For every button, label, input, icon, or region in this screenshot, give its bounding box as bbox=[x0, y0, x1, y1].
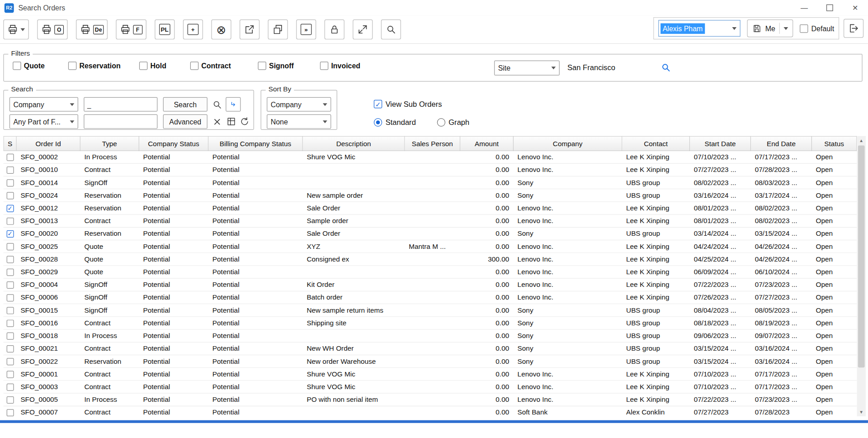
filter-invoiced[interactable]: Invoiced bbox=[320, 62, 381, 70]
table-row[interactable]: SFO_00021ContractPotentialPotentialNew W… bbox=[3, 343, 857, 355]
row-checkbox[interactable] bbox=[6, 192, 14, 199]
quick-search-button[interactable] bbox=[210, 98, 223, 111]
row-checkbox[interactable] bbox=[6, 217, 14, 224]
row-checkbox[interactable] bbox=[6, 281, 14, 288]
filter-reservation[interactable]: Reservation bbox=[68, 62, 139, 70]
scrollbar-thumb[interactable] bbox=[858, 145, 865, 367]
row-checkbox[interactable] bbox=[6, 371, 14, 378]
row-checkbox[interactable] bbox=[6, 268, 14, 276]
row-checkbox[interactable] bbox=[6, 256, 14, 263]
forward-button[interactable]: » bbox=[296, 19, 316, 39]
column-header-select[interactable]: S bbox=[3, 136, 16, 151]
table-row[interactable]: SFO_00028QuotePotentialPotentialConsigne… bbox=[3, 253, 857, 266]
packing-list-button[interactable]: PL bbox=[155, 19, 175, 39]
column-header-end-date[interactable]: End Date bbox=[751, 136, 812, 151]
standard-radio[interactable]: Standard bbox=[374, 118, 416, 126]
lock-button[interactable] bbox=[324, 19, 344, 39]
column-header-status[interactable]: Status bbox=[812, 136, 857, 151]
add-button[interactable]: + bbox=[183, 19, 203, 39]
site-select[interactable]: Site bbox=[494, 61, 560, 76]
clear-button[interactable] bbox=[210, 115, 223, 128]
row-checkbox[interactable] bbox=[6, 166, 14, 173]
table-row[interactable]: SFO_00004SignOffPotentialPotentialKit Or… bbox=[3, 279, 857, 291]
search-button[interactable]: Search bbox=[163, 97, 208, 112]
close-button[interactable]: ✕ bbox=[843, 0, 868, 15]
row-checkbox[interactable] bbox=[6, 358, 14, 365]
row-checkbox[interactable]: ✓ bbox=[6, 205, 14, 212]
graph-radio[interactable]: Graph bbox=[437, 118, 469, 126]
open-order-button[interactable] bbox=[240, 19, 259, 39]
filter-signoff[interactable]: Signoff bbox=[258, 62, 320, 70]
site-search-button[interactable] bbox=[660, 62, 671, 72]
sort-secondary-select[interactable]: None bbox=[267, 114, 331, 129]
table-row[interactable]: SFO_00014SignOffPotentialPotential0.00So… bbox=[3, 176, 857, 189]
row-checkbox[interactable] bbox=[6, 345, 14, 352]
table-row[interactable]: SFO_00001ContractPotentialPotentialShure… bbox=[3, 368, 857, 381]
view-sub-orders-checkbox[interactable]: ✓ View Sub Orders bbox=[374, 100, 442, 108]
table-row[interactable]: SFO_00003ContractPotentialPotentialShure… bbox=[3, 381, 857, 394]
table-row[interactable]: SFO_00007ContractPotentialPotential0.00S… bbox=[3, 406, 857, 416]
table-row[interactable]: SFO_00016ContractPotentialPotentialShipp… bbox=[3, 317, 857, 330]
table-row[interactable]: SFO_00013ContractPotentialPotentialSampl… bbox=[3, 215, 857, 228]
column-header-company-status[interactable]: Company Status bbox=[139, 136, 208, 151]
exit-button[interactable] bbox=[844, 19, 863, 38]
table-row[interactable]: SFO_00018In ProcessPotentialPotential0.0… bbox=[3, 330, 857, 343]
layout-button[interactable] bbox=[225, 115, 238, 128]
table-row[interactable]: SFO_00002In ProcessPotentialPotentialShu… bbox=[3, 151, 857, 164]
sort-primary-select[interactable]: Company bbox=[267, 97, 331, 112]
column-header-amount[interactable]: Amount bbox=[460, 136, 514, 151]
search-input[interactable] bbox=[84, 97, 157, 112]
search-match-select[interactable]: Any Part of F... bbox=[9, 114, 78, 129]
print-form-button[interactable]: F bbox=[116, 19, 146, 39]
column-header-company[interactable]: Company bbox=[514, 136, 622, 151]
column-header-type[interactable]: Type bbox=[80, 136, 139, 151]
row-checkbox[interactable]: ✓ bbox=[6, 230, 14, 238]
print-order-button[interactable]: O bbox=[37, 19, 67, 39]
search-input-2[interactable] bbox=[84, 114, 157, 129]
go-button[interactable] bbox=[226, 97, 241, 112]
print-detail-button[interactable]: De bbox=[76, 19, 108, 39]
table-row[interactable]: SFO_00029QuotePotentialPotential0.00Leno… bbox=[3, 266, 857, 279]
row-checkbox[interactable] bbox=[6, 319, 14, 327]
maximize-button[interactable] bbox=[817, 0, 842, 15]
row-checkbox[interactable] bbox=[6, 294, 14, 301]
default-checkbox[interactable]: Default bbox=[800, 24, 834, 32]
table-row[interactable]: SFO_00022ReservationPotentialPotentialNe… bbox=[3, 355, 857, 368]
table-row[interactable]: SFO_00024ReservationPotentialPotentialNe… bbox=[3, 189, 857, 202]
advanced-button[interactable]: Advanced bbox=[163, 114, 208, 129]
scroll-up-arrow-icon[interactable]: ▲ bbox=[857, 136, 866, 145]
row-checkbox[interactable] bbox=[6, 409, 14, 416]
table-row[interactable]: SFO_00006SignOffPotentialPotentialBatch … bbox=[3, 291, 857, 304]
filter-quote[interactable]: Quote bbox=[13, 62, 68, 70]
column-header-contact[interactable]: Contact bbox=[622, 136, 690, 151]
row-checkbox[interactable] bbox=[6, 396, 14, 403]
filter-contract[interactable]: Contract bbox=[190, 62, 258, 70]
table-row[interactable]: SFO_00025QuotePotentialPotentialXYZMantr… bbox=[3, 240, 857, 253]
row-checkbox[interactable] bbox=[6, 243, 14, 250]
column-header-start-date[interactable]: Start Date bbox=[690, 136, 751, 151]
table-row[interactable]: SFO_00015SignOffPotentialPotentialNew sa… bbox=[3, 304, 857, 317]
search-field-select[interactable]: Company bbox=[9, 97, 78, 112]
column-header-order-id[interactable]: Order Id bbox=[17, 136, 80, 151]
expand-button[interactable] bbox=[353, 19, 373, 39]
row-checkbox[interactable] bbox=[6, 383, 14, 390]
user-select[interactable]: Alexis Pham bbox=[658, 20, 741, 37]
minimize-button[interactable]: — bbox=[792, 0, 817, 15]
table-row[interactable]: ✓SFO_00012ReservationPotentialPotentialS… bbox=[3, 202, 857, 215]
row-checkbox[interactable] bbox=[6, 179, 14, 186]
column-header-sales-person[interactable]: Sales Person bbox=[405, 136, 461, 151]
save-view-me-button[interactable]: Me bbox=[747, 19, 793, 37]
vertical-scrollbar[interactable]: ▲ ▼ bbox=[857, 136, 866, 417]
table-row[interactable]: SFO_00010ContractPotentialPotential0.00L… bbox=[3, 164, 857, 176]
search-person-button[interactable] bbox=[381, 19, 401, 39]
filter-hold[interactable]: Hold bbox=[139, 62, 190, 70]
refresh-button[interactable] bbox=[238, 115, 251, 128]
column-header-description[interactable]: Description bbox=[303, 136, 405, 151]
cancel-order-button[interactable]: ⊗ bbox=[211, 19, 231, 39]
row-checkbox[interactable] bbox=[6, 332, 14, 339]
table-row[interactable]: SFO_00005In ProcessPotentialPotentialPO … bbox=[3, 394, 857, 406]
row-checkbox[interactable] bbox=[6, 153, 14, 161]
row-checkbox[interactable] bbox=[6, 307, 14, 314]
scroll-down-arrow-icon[interactable]: ▼ bbox=[857, 407, 866, 416]
table-row[interactable]: ✓SFO_00020ReservationPotentialPotentialS… bbox=[3, 228, 857, 240]
